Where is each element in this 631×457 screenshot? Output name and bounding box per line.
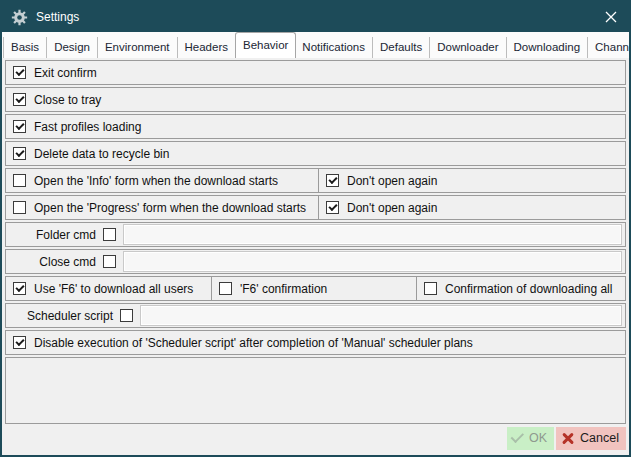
fast-profiles-loading-label: Fast profiles loading [34,120,141,134]
close-to-tray-checkbox-box[interactable] [13,93,26,106]
cancel-button[interactable]: Cancel [556,427,626,450]
scheduler-script-input[interactable] [140,305,622,326]
row-close-cmd: Close cmd [5,249,626,274]
tab-behavior[interactable]: Behavior [235,32,296,58]
close-to-tray-label: Close to tray [34,93,101,107]
fast-profiles-loading-checkbox-box[interactable] [13,120,26,133]
dont-open-again-info-label: Don't open again [347,174,437,188]
tab-headers[interactable]: Headers [178,37,236,58]
check-icon [511,429,524,442]
behavior-tab-page: Exit confirm Close to tray Fast profiles… [2,58,629,424]
row-disable-scheduler-script: Disable execution of 'Scheduler script' … [5,330,626,355]
tab-bar: Basis Design Environment Headers Behavio… [2,32,629,58]
tab-environment[interactable]: Environment [98,37,178,58]
dont-open-again-progress-checkbox-box[interactable] [326,201,339,214]
row-open-progress-form: Open the 'Progress' form when the downlo… [5,195,626,220]
scheduler-script-checkbox[interactable] [120,309,133,322]
checkbox-exit-confirm[interactable]: Exit confirm [6,66,97,80]
tab-downloading[interactable]: Downloading [507,37,589,58]
open-info-form-checkbox-box[interactable] [13,174,26,187]
close-button[interactable] [593,2,629,32]
cancel-button-label: Cancel [580,431,619,445]
tab-channels[interactable]: Channels [588,37,631,58]
row-folder-cmd: Folder cmd [5,222,626,247]
close-cmd-checkbox[interactable] [103,255,116,268]
gear-icon [11,9,28,26]
checkbox-close-to-tray[interactable]: Close to tray [6,93,101,107]
tab-basis[interactable]: Basis [3,37,47,58]
dont-open-again-info-checkbox-box[interactable] [326,174,339,187]
checkbox-open-progress-form[interactable]: Open the 'Progress' form when the downlo… [6,201,306,215]
disable-scheduler-script-checkbox-box[interactable] [13,336,26,349]
exit-confirm-checkbox-box[interactable] [13,66,26,79]
delete-data-recycle-bin-checkbox-box[interactable] [13,147,26,160]
row-close-to-tray: Close to tray [5,87,626,112]
checkbox-f6-confirmation[interactable]: 'F6' confirmation [212,282,327,296]
confirmation-downloading-all-checkbox-box[interactable] [424,282,437,295]
row-f6-options: Use 'F6' to download all users 'F6' conf… [5,276,626,301]
checkbox-open-info-form[interactable]: Open the 'Info' form when the download s… [6,174,278,188]
delete-data-recycle-bin-label: Delete data to recycle bin [34,147,169,161]
ok-button-label: OK [529,431,547,445]
footer-bar: OK Cancel [2,424,629,455]
close-icon [605,11,617,23]
scheduler-script-label: Scheduler script [6,309,113,323]
confirmation-downloading-all-label: Confirmation of downloading all [445,282,612,296]
row-delete-data-recycle-bin: Delete data to recycle bin [5,141,626,166]
checkbox-use-f6-download-all[interactable]: Use 'F6' to download all users [6,282,193,296]
empty-panel [5,357,626,424]
x-icon [561,431,575,445]
close-cmd-input[interactable] [123,251,622,272]
row-exit-confirm: Exit confirm [5,60,626,85]
checkbox-delete-data-recycle-bin[interactable]: Delete data to recycle bin [6,147,169,161]
use-f6-download-all-label: Use 'F6' to download all users [34,282,193,296]
use-f6-download-all-checkbox-box[interactable] [13,282,26,295]
row-open-info-form: Open the 'Info' form when the download s… [5,168,626,193]
checkbox-fast-profiles-loading[interactable]: Fast profiles loading [6,120,141,134]
checkbox-confirmation-downloading-all[interactable]: Confirmation of downloading all [417,282,612,296]
folder-cmd-input[interactable] [123,224,622,245]
checkbox-dont-open-again-info[interactable]: Don't open again [319,174,437,188]
f6-confirmation-checkbox-box[interactable] [219,282,232,295]
f6-confirmation-label: 'F6' confirmation [240,282,327,296]
tab-design[interactable]: Design [47,37,98,58]
exit-confirm-label: Exit confirm [34,66,97,80]
row-fast-profiles-loading: Fast profiles loading [5,114,626,139]
checkbox-disable-scheduler-script[interactable]: Disable execution of 'Scheduler script' … [6,336,473,350]
tab-notifications[interactable]: Notifications [295,37,373,58]
disable-scheduler-script-label: Disable execution of 'Scheduler script' … [34,336,473,350]
tab-downloader[interactable]: Downloader [430,37,506,58]
checkbox-dont-open-again-progress[interactable]: Don't open again [319,201,437,215]
open-progress-form-checkbox-box[interactable] [13,201,26,214]
close-cmd-label: Close cmd [6,255,96,269]
titlebar[interactable]: Settings [2,2,629,32]
open-progress-form-label: Open the 'Progress' form when the downlo… [34,201,306,215]
row-scheduler-script: Scheduler script [5,303,626,328]
dont-open-again-progress-label: Don't open again [347,201,437,215]
open-info-form-label: Open the 'Info' form when the download s… [34,174,278,188]
tab-defaults[interactable]: Defaults [373,37,430,58]
ok-button[interactable]: OK [507,427,554,450]
folder-cmd-label: Folder cmd [6,228,96,242]
window-title: Settings [36,10,79,24]
settings-dialog: Settings Basis Design Environment Header… [0,0,631,457]
folder-cmd-checkbox[interactable] [103,228,116,241]
